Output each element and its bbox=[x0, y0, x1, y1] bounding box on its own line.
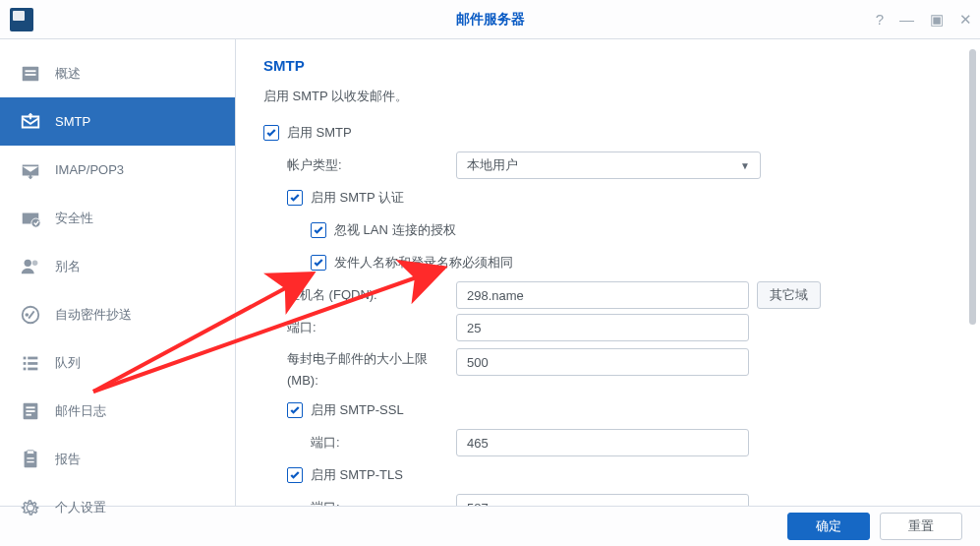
label-hostname: 主机名 (FQDN): bbox=[287, 286, 456, 304]
label-smtp-auth: 启用 SMTP 认证 bbox=[311, 189, 404, 207]
sidebar-item-alias[interactable]: 别名 bbox=[0, 242, 235, 290]
row-enable-smtp-auth: 启用 SMTP 认证 bbox=[263, 182, 952, 213]
label-tls-port: 端口: bbox=[311, 499, 456, 506]
maximize-button[interactable]: ▣ bbox=[930, 11, 944, 29]
reset-button[interactable]: 重置 bbox=[880, 513, 962, 540]
row-ssl-port: 端口: bbox=[263, 427, 952, 458]
sidebar-label: IMAP/POP3 bbox=[55, 162, 124, 177]
label-account-type: 帐户类型: bbox=[287, 156, 456, 174]
queue-icon bbox=[20, 352, 41, 374]
row-maxsize: 每封电子邮件的大小上限 (MB): bbox=[263, 344, 952, 394]
sidebar-label: 概述 bbox=[55, 65, 81, 83]
sidebar-item-report[interactable]: 报告 bbox=[0, 435, 235, 483]
smtp-icon bbox=[20, 111, 41, 133]
input-hostname[interactable] bbox=[456, 281, 749, 309]
svg-point-4 bbox=[25, 259, 31, 266]
sidebar-label: 报告 bbox=[55, 451, 81, 468]
svg-rect-13 bbox=[28, 367, 37, 370]
imap-icon bbox=[20, 159, 41, 181]
checkbox-ignore-lan[interactable] bbox=[311, 222, 326, 238]
label-ssl-port: 端口: bbox=[311, 434, 456, 452]
sidebar-item-overview[interactable]: 概述 bbox=[0, 49, 235, 97]
sidebar-item-security[interactable]: 安全性 bbox=[0, 194, 235, 242]
svg-rect-17 bbox=[26, 413, 31, 415]
report-icon bbox=[20, 449, 41, 470]
svg-point-7 bbox=[26, 313, 29, 317]
sidebar-item-queue[interactable]: 队列 bbox=[0, 338, 235, 387]
sidebar-label: SMTP bbox=[55, 114, 90, 129]
sidebar-label: 个人设置 bbox=[55, 499, 106, 516]
svg-rect-20 bbox=[27, 457, 33, 458]
svg-rect-10 bbox=[24, 362, 27, 365]
sidebar-item-imap-pop3[interactable]: IMAP/POP3 bbox=[0, 146, 235, 194]
sidebar: 概述 SMTP IMAP/POP3 安全性 别名 bbox=[0, 39, 236, 506]
input-port[interactable] bbox=[456, 314, 749, 341]
svg-rect-15 bbox=[26, 406, 34, 408]
scroll-thumb[interactable] bbox=[969, 49, 976, 325]
sidebar-label: 队列 bbox=[55, 354, 81, 372]
checkbox-smtp-auth[interactable] bbox=[287, 190, 303, 206]
label-port: 端口: bbox=[287, 319, 456, 336]
svg-rect-11 bbox=[28, 362, 37, 365]
row-enable-smtp: 启用 SMTP bbox=[263, 117, 952, 149]
svg-rect-21 bbox=[27, 460, 33, 461]
section-title: SMTP bbox=[263, 57, 952, 74]
sidebar-label: 邮件日志 bbox=[55, 402, 106, 420]
svg-rect-1 bbox=[26, 70, 36, 72]
checkbox-smtp-ssl[interactable] bbox=[287, 402, 303, 418]
row-hostname: 主机名 (FQDN): 其它域 bbox=[263, 279, 952, 311]
minimize-button[interactable]: — bbox=[899, 11, 914, 29]
svg-rect-8 bbox=[24, 356, 27, 359]
content-scrollbar[interactable] bbox=[969, 49, 976, 492]
mail-log-icon bbox=[20, 400, 41, 422]
row-enable-tls: 启用 SMTP-TLS bbox=[263, 459, 952, 491]
close-button[interactable]: ✕ bbox=[959, 11, 972, 29]
row-ignore-lan: 忽视 LAN 连接的授权 bbox=[263, 214, 952, 246]
sidebar-item-auto-bcc[interactable]: 自动密件抄送 bbox=[0, 290, 235, 338]
help-button[interactable]: ? bbox=[876, 11, 884, 29]
sidebar-label: 别名 bbox=[55, 258, 81, 275]
chevron-down-icon: ▼ bbox=[740, 160, 750, 171]
dropdown-account-type[interactable]: 本地用户 ▼ bbox=[456, 152, 761, 179]
content-pane: SMTP 启用 SMTP 以收发邮件。 启用 SMTP 帐户类型: 本地用户 ▼… bbox=[236, 39, 980, 506]
input-tls-port[interactable] bbox=[456, 494, 749, 506]
row-port: 端口: bbox=[263, 312, 952, 343]
svg-rect-19 bbox=[27, 450, 33, 454]
label-ignore-lan: 忽视 LAN 连接的授权 bbox=[334, 221, 456, 239]
button-other-domain[interactable]: 其它域 bbox=[757, 281, 821, 309]
app-icon bbox=[10, 8, 33, 31]
row-enable-ssl: 启用 SMTP-SSL bbox=[263, 394, 952, 426]
ok-button[interactable]: 确定 bbox=[787, 513, 870, 540]
window-buttons: ? — ▣ ✕ bbox=[876, 11, 972, 29]
label-maxsize: 每封电子邮件的大小上限 (MB): bbox=[287, 348, 456, 392]
gear-icon bbox=[20, 497, 41, 518]
sidebar-item-mail-log[interactable]: 邮件日志 bbox=[0, 387, 235, 435]
checkbox-sender-match[interactable] bbox=[311, 255, 326, 271]
row-account-type: 帐户类型: 本地用户 ▼ bbox=[263, 150, 952, 181]
sidebar-item-personal-settings[interactable]: 个人设置 bbox=[0, 483, 235, 531]
security-icon bbox=[20, 208, 41, 229]
input-ssl-port[interactable] bbox=[456, 429, 749, 456]
svg-rect-9 bbox=[28, 356, 37, 359]
input-maxsize[interactable] bbox=[456, 348, 749, 376]
svg-rect-12 bbox=[24, 367, 27, 370]
checkbox-smtp-tls[interactable] bbox=[287, 467, 303, 483]
window-title: 邮件服务器 bbox=[456, 11, 525, 29]
overview-icon bbox=[20, 63, 41, 85]
svg-point-3 bbox=[31, 218, 40, 227]
sidebar-item-smtp[interactable]: SMTP bbox=[0, 97, 235, 146]
label-sender-match: 发件人名称和登录名称必须相同 bbox=[334, 254, 513, 272]
label-smtp-ssl: 启用 SMTP-SSL bbox=[311, 401, 404, 419]
titlebar: 邮件服务器 ? — ▣ ✕ bbox=[0, 0, 980, 39]
label-smtp-tls: 启用 SMTP-TLS bbox=[311, 466, 403, 484]
alias-icon bbox=[20, 256, 41, 277]
section-desc: 启用 SMTP 以收发邮件。 bbox=[263, 88, 952, 105]
dropdown-value: 本地用户 bbox=[467, 156, 518, 174]
svg-rect-2 bbox=[26, 74, 36, 76]
sidebar-label: 自动密件抄送 bbox=[55, 306, 132, 324]
auto-bcc-icon bbox=[20, 304, 41, 326]
sidebar-label: 安全性 bbox=[55, 210, 93, 227]
svg-point-5 bbox=[32, 260, 38, 266]
checkbox-enable-smtp[interactable] bbox=[263, 125, 279, 141]
row-tls-port: 端口: bbox=[263, 492, 952, 506]
